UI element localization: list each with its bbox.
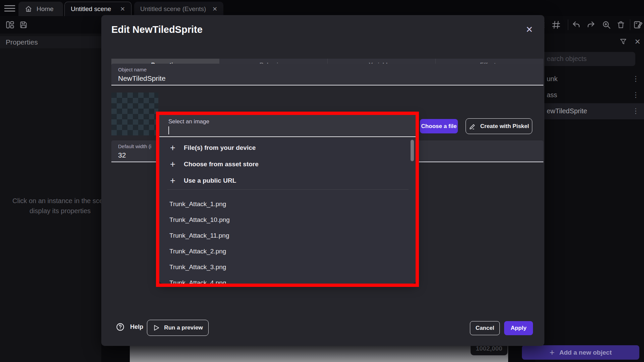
properties-panel-title: Properties <box>0 36 101 48</box>
top-bar: Home Untitled scene ✕ Untitled scene (Ev… <box>0 0 644 16</box>
cancel-button[interactable]: Cancel <box>470 321 500 335</box>
help-label: Help <box>130 323 143 330</box>
add-new-object-label: Add a new object <box>559 349 611 356</box>
object-name-value: NewTiledSprite <box>118 74 166 82</box>
tab-untitled-scene[interactable]: Untitled scene ✕ <box>64 2 131 16</box>
search-objects-placeholder: earch objects <box>547 55 587 63</box>
text-caret <box>168 126 169 134</box>
grid-icon[interactable] <box>550 19 562 31</box>
edit-scene-icon[interactable] <box>632 19 644 31</box>
list-divider <box>167 189 409 190</box>
file-option[interactable]: Trunk_Attack_2.png <box>159 244 416 259</box>
gdevelop-app: Home Untitled scene ✕ Untitled scene (Ev… <box>0 0 644 362</box>
main-menu-icon[interactable] <box>4 5 15 12</box>
object-menu-icon[interactable]: ⋮ <box>632 91 639 99</box>
tab-home[interactable]: Home <box>18 2 63 16</box>
zoom-icon[interactable] <box>600 19 612 31</box>
image-options-list: + File(s) from your device + Choose from… <box>159 138 416 284</box>
select-image-dropdown: Select an image + File(s) from your devi… <box>159 115 416 284</box>
toolbar-divider <box>568 19 568 30</box>
tab-events-label: Untitled scene (Events) <box>140 5 206 13</box>
select-image-label: Select an image <box>168 118 209 125</box>
play-icon <box>153 324 160 331</box>
default-width-value: 32 <box>118 151 126 159</box>
object-item-newtiledsprite[interactable]: ewTiledSprite ⋮ <box>535 103 644 119</box>
objects-panel: ✕ earch objects unk ⋮ ass ⋮ ewTiledSprit… <box>535 34 644 362</box>
run-preview-button[interactable]: Run a preview <box>147 320 209 336</box>
dialog-title: Edit NewTiledSprite <box>111 24 203 35</box>
select-image-input[interactable]: Select an image <box>159 115 416 137</box>
choose-a-file-button[interactable]: Choose a file <box>420 119 458 133</box>
object-menu-icon[interactable]: ⋮ <box>632 107 639 115</box>
pencil-icon <box>469 123 476 130</box>
filter-icon[interactable] <box>619 38 627 46</box>
file-option[interactable]: Trunk_Attack_4.png <box>159 276 416 284</box>
help-button[interactable]: Help <box>116 322 143 331</box>
file-option[interactable]: Trunk_Attack_1.png <box>159 197 416 212</box>
sprite-preview <box>111 93 158 135</box>
tab-scene-label: Untitled scene <box>71 5 111 13</box>
trash-icon[interactable] <box>615 19 627 31</box>
dialog-close-icon[interactable]: ✕ <box>526 24 533 35</box>
object-item-trunk[interactable]: unk ⋮ <box>535 71 644 87</box>
plus-icon: + <box>170 176 175 186</box>
file-option[interactable]: Trunk_Attack_10.png <box>159 213 416 228</box>
home-icon <box>24 5 33 13</box>
objects-panel-close-icon[interactable]: ✕ <box>635 38 641 46</box>
plus-icon: + <box>549 347 554 358</box>
edit-object-dialog: Edit NewTiledSprite ✕ Properties Behavio… <box>101 15 544 346</box>
plus-icon: + <box>170 159 175 170</box>
toggle-panels-icon[interactable] <box>4 19 16 31</box>
file-option[interactable]: Trunk_Attack_3.png <box>159 260 416 275</box>
undo-icon[interactable] <box>570 19 582 31</box>
tab-events-close-icon[interactable]: ✕ <box>212 5 217 13</box>
add-new-object-button[interactable]: + Add a new object <box>522 345 639 360</box>
redo-icon[interactable] <box>585 19 597 31</box>
option-files-from-device[interactable]: + File(s) from your device <box>159 140 416 156</box>
save-icon[interactable] <box>17 19 30 31</box>
plus-icon: + <box>170 143 175 153</box>
tab-scene-close-icon[interactable]: ✕ <box>120 5 125 13</box>
tab-untitled-scene-events[interactable]: Untitled scene (Events) ✕ <box>134 2 223 16</box>
question-icon <box>116 322 125 331</box>
object-menu-icon[interactable]: ⋮ <box>632 75 639 83</box>
toolbar-divider <box>630 19 630 30</box>
option-choose-asset-store[interactable]: + Choose from asset store <box>159 157 416 172</box>
scene-canvas[interactable] <box>130 345 508 362</box>
object-name-label: Object name <box>118 67 147 72</box>
scrollbar-thumb[interactable] <box>411 140 414 161</box>
file-option[interactable]: Trunk_Attack_11.png <box>159 228 416 244</box>
apply-button[interactable]: Apply <box>504 321 533 335</box>
object-name-field[interactable]: Object name NewTiledSprite <box>111 64 543 85</box>
default-width-label: Default width (i <box>118 143 151 149</box>
object-item-grass[interactable]: ass ⋮ <box>535 87 644 103</box>
create-with-piskel-button[interactable]: Create with Piskel <box>466 118 532 134</box>
option-use-public-url[interactable]: + Use a public URL <box>159 173 416 189</box>
tab-home-label: Home <box>37 5 54 13</box>
